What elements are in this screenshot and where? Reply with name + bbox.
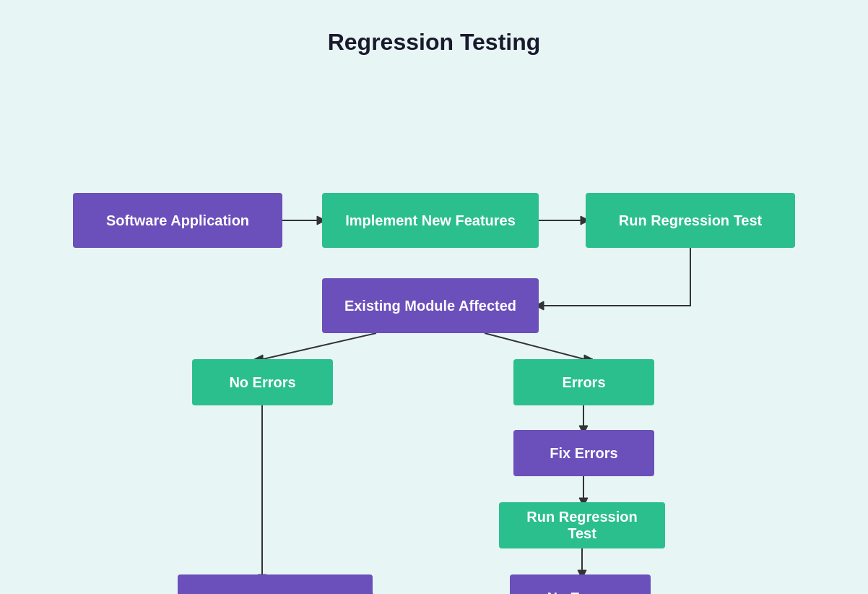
implement-new-features-node: Implement New Features bbox=[322, 193, 539, 248]
software-application-node: Software Application bbox=[73, 193, 282, 248]
no-errors-1-node: No Errors bbox=[192, 359, 333, 405]
fix-errors-node: Fix Errors bbox=[513, 430, 654, 476]
errors-node: Errors bbox=[513, 359, 654, 405]
existing-module-affected-node: Existing Module Affected bbox=[322, 278, 539, 333]
page-title: Regression Testing bbox=[328, 29, 541, 56]
svg-line-5 bbox=[263, 333, 376, 359]
diagram-container: Software Application Implement New Featu… bbox=[37, 92, 831, 583]
arrows-svg bbox=[37, 92, 831, 583]
no-errors-2-node: No Errors bbox=[510, 574, 651, 594]
svg-line-7 bbox=[485, 333, 584, 359]
run-regression-test-2-node: Run Regression Test bbox=[499, 502, 665, 548]
run-regression-test-1-node: Run Regression Test bbox=[586, 193, 795, 248]
end-process-node: End Process bbox=[178, 574, 373, 594]
